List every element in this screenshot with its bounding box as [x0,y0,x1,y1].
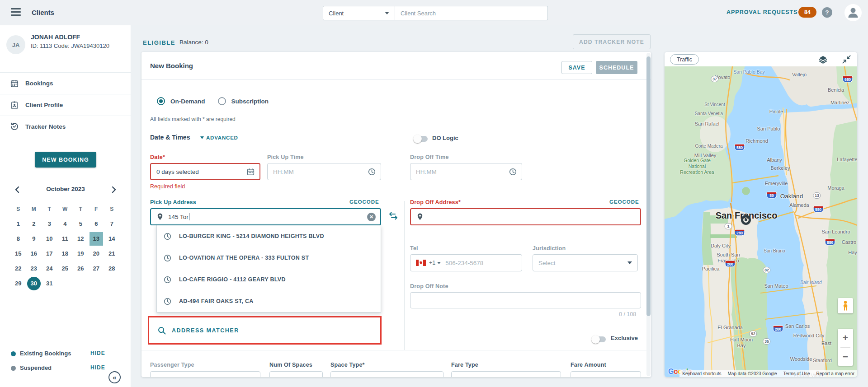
client-filter-select[interactable]: Client [323,6,395,20]
character-counter: 0 / 108 [619,311,636,317]
clipboard-icon [10,101,19,110]
sidebar-item-bookings[interactable]: Bookings [0,72,131,94]
address-suggestion-item[interactable]: LO-OVATION AT THE OPERA - 333 FULTON ST [157,247,381,269]
address-suggestion-item[interactable]: LO-CAFE RIGGIO - 4112 GEARY BLVD [157,269,381,290]
card-scrollbar-track[interactable] [646,53,651,376]
field-input[interactable] [150,371,260,377]
dropoff-address-label: Drop Off Address* [410,199,461,205]
calendar-icon[interactable] [246,168,255,176]
calendar-day-27[interactable]: 27 [90,262,103,275]
jurisdiction-select[interactable]: Select [533,254,638,271]
pegman-streetview-control[interactable] [838,298,853,313]
calendar-day-12[interactable]: 12 [74,232,87,246]
address-matcher-button[interactable]: ADDRESS MATCHER [148,316,382,345]
calendar-day-4[interactable]: 4 [58,217,72,231]
calendar-day-20[interactable]: 20 [90,247,103,261]
dial-code[interactable]: +1 [429,260,435,266]
pickup-time-input[interactable]: HH:MM [267,163,381,180]
calendar-day-3[interactable]: 3 [42,217,56,231]
radio-on-demand[interactable]: On-Demand [157,97,205,105]
approval-requests-link[interactable]: APPROVAL REQUESTS [726,9,798,15]
do-logic-toggle[interactable] [414,136,428,142]
date-input[interactable]: 0 days selected [150,163,260,180]
legend-hide-link[interactable]: HIDE [90,350,105,356]
map-pin-icon [156,213,164,221]
radio-subscription[interactable]: Subscription [218,97,269,105]
traffic-toggle-button[interactable]: Traffic [670,54,699,65]
calendar-next-icon[interactable] [108,185,118,195]
user-avatar[interactable] [844,4,862,21]
clock-icon[interactable] [368,168,376,176]
calendar-day-7[interactable]: 7 [105,217,118,231]
map-collapse-icon[interactable] [842,55,851,64]
swap-addresses-icon[interactable] [388,210,399,221]
calendar-day-22[interactable]: 22 [11,262,25,275]
add-tracker-note-button[interactable]: ADD TRACKER NOTE [573,34,651,49]
calendar-day-5[interactable]: 5 [74,217,87,231]
calendar-day-1[interactable]: 1 [11,217,25,231]
schedule-button[interactable]: SCHEDULE [596,61,637,74]
calendar-day-26[interactable]: 26 [74,262,87,275]
dropoff-address-input[interactable] [410,208,641,225]
sidebar-item-tracker-notes[interactable]: Tracker Notes [0,116,131,137]
map-attribution-link[interactable]: Terms of Use [783,371,810,376]
calendar-day-14[interactable]: 14 [105,232,118,246]
calendar-day-17[interactable]: 17 [42,247,56,261]
map-layers-icon[interactable] [818,55,828,64]
dropoff-time-input[interactable]: HH:MM [410,163,522,180]
calendar-day-30[interactable]: 30 [27,277,41,290]
map-zoom-controls: + − [838,329,853,366]
map-attribution-link[interactable]: Map data ©2023 Google [727,371,777,376]
map-attribution-link[interactable]: Keyboard shortcuts [682,371,721,376]
exclusive-toggle[interactable] [592,336,606,342]
calendar-day-25[interactable]: 25 [58,262,72,275]
card-scrollbar-thumb[interactable] [646,56,651,316]
legend-hide-link[interactable]: HIDE [90,364,105,371]
dropoff-geocode-link[interactable]: GEOCODE [609,199,639,205]
field-input[interactable] [330,371,443,377]
calendar-day-21[interactable]: 21 [105,247,118,261]
calendar-day-9[interactable]: 9 [27,232,41,246]
calendar-day-10[interactable]: 10 [42,232,56,246]
address-suggestion-item[interactable]: LO-BURGER KING - 5214 DIAMOND HEIGHTS BL… [157,225,381,247]
calendar-day-11[interactable]: 11 [58,232,72,246]
field-input[interactable] [451,371,561,377]
sidebar-item-client-profile[interactable]: Client Profile [0,94,131,116]
clock-icon[interactable] [509,168,517,176]
calendar-day-2[interactable]: 2 [27,217,41,231]
pickup-geocode-link[interactable]: GEOCODE [349,199,379,205]
field-input[interactable] [571,371,641,377]
calendar-day-28[interactable]: 28 [105,262,118,275]
clear-input-icon[interactable]: ✕ [367,213,376,221]
map-canvas[interactable]: San Pablo BayNovatoVallejoBeniciaMartine… [665,66,857,377]
calendar-day-13[interactable]: 13 [90,232,103,246]
advanced-toggle[interactable]: ADVANCED [200,135,238,140]
client-search-input[interactable] [395,6,548,20]
calendar-day-24[interactable]: 24 [42,262,56,275]
dropoff-note-input[interactable] [410,292,641,308]
pickup-address-input[interactable]: 145 Tor ✕ [150,208,381,225]
map-attribution-link[interactable]: Report a map error [816,371,854,376]
address-suggestion-item[interactable]: AD-494 FAIR OAKS ST, CA [157,290,381,312]
hamburger-menu-icon[interactable] [11,8,21,16]
zoom-in-button[interactable]: + [838,329,853,347]
save-button[interactable]: SAVE [561,61,592,74]
new-booking-card: New Booking SAVE SCHEDULE On-DemandSubsc… [142,52,651,377]
zoom-out-button[interactable]: − [838,348,853,366]
calendar-day-23[interactable]: 23 [27,262,41,275]
sidebar-collapse-button[interactable]: « [108,371,121,383]
calendar-day-8[interactable]: 8 [11,232,25,246]
calendar-day-6[interactable]: 6 [90,217,103,231]
calendar-day-31[interactable]: 31 [42,277,56,290]
calendar-day-18[interactable]: 18 [58,247,72,261]
calendar-day-19[interactable]: 19 [74,247,87,261]
tel-input[interactable]: +1 506-234-5678 [410,254,522,271]
calendar-day-16[interactable]: 16 [27,247,41,261]
canada-flag-icon [416,260,426,266]
field-input[interactable] [269,371,323,377]
calendar-day-15[interactable]: 15 [11,247,25,261]
google-logo-letter: o [674,368,678,375]
calendar-day-29[interactable]: 29 [11,277,25,290]
help-button[interactable]: ? [822,7,832,18]
new-booking-button[interactable]: NEW BOOKING [35,152,96,168]
